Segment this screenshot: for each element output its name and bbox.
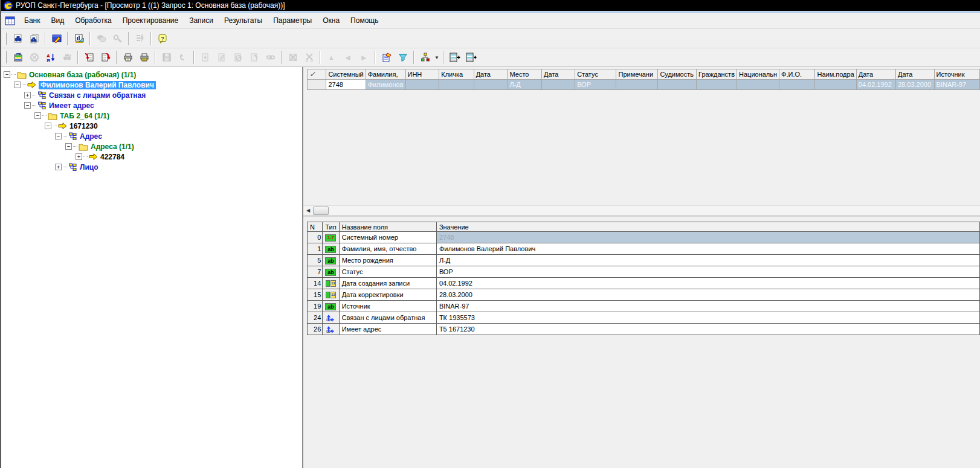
print-button[interactable] [120, 50, 136, 65]
field-name[interactable]: Место рождения [339, 255, 436, 266]
tree-item-record-422784[interactable]: + 422784 [1, 152, 302, 162]
column-header[interactable]: ИНН [405, 69, 439, 80]
record-cell[interactable] [737, 80, 779, 90]
menu-bank[interactable]: Банк [19, 14, 45, 27]
prev-button[interactable]: ◀ [340, 50, 356, 65]
field-name[interactable]: Имеет адрес [339, 324, 436, 335]
column-header[interactable]: Дата [895, 69, 934, 80]
menu-processing[interactable]: Обработка [69, 14, 117, 27]
hierarchy-dropdown[interactable]: ▼ [433, 50, 440, 65]
column-header[interactable]: Судимость [658, 69, 697, 80]
tree-item-address-rel[interactable]: − Адрес [1, 131, 302, 141]
field-value[interactable]: Л-Д [436, 255, 979, 266]
record-cell[interactable]: Л-Д [508, 80, 542, 90]
table-import-button[interactable] [463, 50, 479, 65]
search-documents-button[interactable] [26, 31, 42, 46]
cut-button[interactable] [301, 50, 317, 65]
search-next-button[interactable] [59, 50, 75, 65]
expander-icon[interactable]: − [24, 102, 31, 109]
horizontal-scrollbar[interactable]: ◀ [303, 205, 980, 215]
expander-icon[interactable]: − [14, 82, 21, 88]
field-value[interactable]: BINAR-97 [436, 301, 979, 312]
record-cell[interactable]: Филимонов [366, 80, 405, 90]
field-row[interactable]: 5 ab Место рождения Л-Д [308, 255, 980, 266]
field-value[interactable]: Т5 1671230 [436, 324, 979, 335]
table-export-button[interactable] [446, 50, 463, 65]
menu-records[interactable]: Записи [184, 14, 219, 27]
field-row[interactable]: 19 ab Источник BINAR-97 [308, 301, 980, 312]
field-value[interactable]: 2748 [436, 232, 979, 243]
copy-button[interactable] [93, 31, 109, 46]
expander-icon[interactable]: − [65, 143, 72, 150]
record-cell[interactable] [474, 80, 508, 90]
key-button[interactable] [109, 31, 126, 46]
expander-icon[interactable]: − [4, 71, 10, 78]
field-value[interactable]: 04.02.1992 [436, 278, 979, 289]
record-cell[interactable] [697, 80, 737, 90]
toolbar-grip[interactable] [4, 33, 7, 45]
record-cell[interactable] [779, 80, 815, 90]
column-header[interactable]: Ф.И.О. [779, 69, 815, 80]
menu-design[interactable]: Проектирование [117, 14, 184, 27]
field-name[interactable]: Статус [339, 266, 436, 278]
design-button[interactable] [48, 31, 65, 46]
column-header[interactable]: Место [508, 69, 542, 80]
row-selector-cell[interactable] [308, 80, 326, 90]
column-header[interactable]: Гражданств [697, 69, 737, 80]
field-name[interactable]: Источник [339, 301, 436, 312]
tree-item-tab-folder[interactable]: − ТАБ 2_64 (1/1) [1, 111, 302, 121]
record-row[interactable]: 2748 Филимонов Л-Д ВОР [308, 80, 980, 90]
tree-item-person-rel[interactable]: + Лицо [1, 162, 302, 172]
expander-icon[interactable]: − [55, 133, 62, 139]
column-header[interactable]: Системный [326, 69, 366, 80]
field-name[interactable]: Фамилия, имя, отчество [339, 243, 436, 255]
help-button[interactable]: ? [154, 31, 170, 46]
field-row[interactable]: 14 12 Дата создания записи 04.02.1992 [308, 278, 980, 289]
tree-item-person[interactable]: − Филимонов Валерий Павлович [1, 80, 302, 90]
field-value[interactable]: ТК 1935573 [436, 312, 979, 324]
column-header[interactable]: Название поля [339, 222, 436, 232]
field-row[interactable]: 24 Связан с лицами обратная ТК 1935573 [308, 312, 980, 324]
record-cell[interactable] [542, 80, 575, 90]
mdi-child-icon[interactable] [5, 16, 15, 25]
menu-windows[interactable]: Окна [317, 14, 345, 27]
toolbar-grip[interactable] [4, 51, 7, 63]
batch-button[interactable] [132, 31, 148, 46]
properties-button[interactable] [378, 50, 395, 65]
expander-icon[interactable]: + [76, 153, 82, 160]
table-view-button[interactable] [10, 50, 26, 65]
delete-selection-button[interactable] [285, 50, 301, 65]
field-name[interactable]: Связан с лицами обратная [339, 312, 436, 324]
expander-icon[interactable]: + [24, 92, 31, 98]
column-header[interactable]: Тип [323, 222, 339, 232]
menu-results[interactable]: Результаты [219, 14, 268, 27]
field-name[interactable]: Дата корректировки [339, 289, 436, 301]
record-cell[interactable]: 28.03.2000 [895, 80, 934, 90]
column-header[interactable]: Наим.подра [815, 69, 856, 80]
undo-button[interactable] [175, 50, 191, 65]
field-row[interactable]: 0 1.7 Системный номер 2748 [308, 232, 980, 243]
import-button[interactable] [81, 50, 97, 65]
scrollbar-thumb[interactable] [313, 207, 329, 215]
column-header[interactable]: Кличка [439, 69, 474, 80]
export-button[interactable] [97, 50, 114, 65]
record-cell[interactable]: 04.02.1992 [856, 80, 895, 90]
record-cell[interactable] [658, 80, 697, 90]
column-header[interactable]: Дата [542, 69, 575, 80]
sort-button[interactable]: АЯ [42, 50, 59, 65]
up-button[interactable]: ▲ [323, 50, 340, 65]
link-button[interactable] [262, 50, 279, 65]
field-value[interactable]: ВОР [436, 266, 979, 278]
filter-button[interactable] [395, 50, 411, 65]
record-cell[interactable] [616, 80, 658, 90]
field-name[interactable]: Дата создания записи [339, 278, 436, 289]
save-button[interactable] [158, 50, 175, 65]
record-delete-button[interactable] [230, 50, 246, 65]
column-header[interactable]: Значение [436, 222, 979, 232]
scroll-left-icon[interactable]: ◀ [303, 208, 313, 213]
menu-view[interactable]: Вид [45, 14, 69, 27]
field-value[interactable]: Филимонов Валерий Павлович [436, 243, 979, 255]
field-value[interactable]: 28.03.2000 [436, 289, 979, 301]
field-name[interactable]: Системный номер [339, 232, 436, 243]
search-button[interactable] [10, 31, 26, 46]
